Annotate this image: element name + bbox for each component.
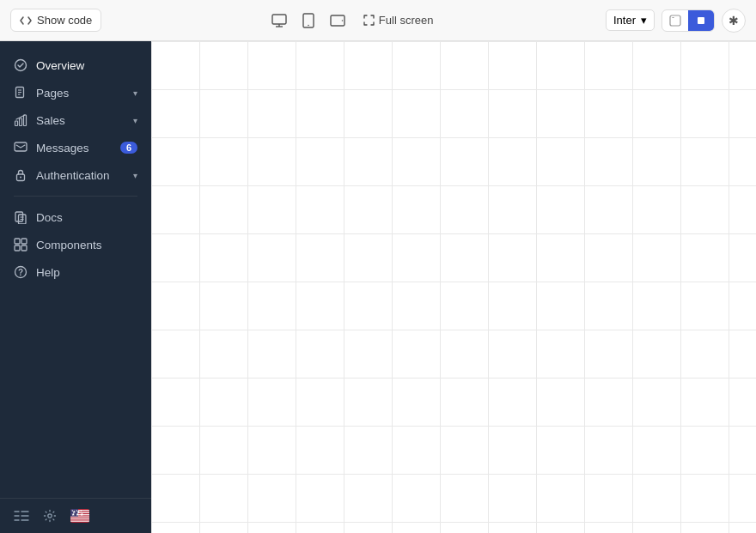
sidebar-item-pages[interactable]: Pages ▾ [0, 79, 151, 106]
sidebar-item-messages[interactable]: Messages 6 [0, 134, 151, 161]
docs-label: Docs [36, 211, 137, 224]
svg-point-6 [342, 20, 344, 21]
code-icon [20, 15, 32, 27]
fullscreen-icon [363, 15, 375, 26]
svg-rect-16 [15, 121, 18, 126]
svg-rect-29 [21, 245, 27, 251]
theme-dark-button[interactable] [688, 10, 714, 31]
show-code-button[interactable]: Show code [10, 9, 101, 32]
font-chevron-icon: ▾ [641, 14, 647, 27]
sidebar-bottom: ★★★ ★★ ★★★ [0, 498, 151, 533]
asterisk-icon: ✱ [729, 14, 739, 27]
overview-icon [14, 58, 27, 72]
pages-icon [14, 86, 27, 100]
full-screen-button[interactable]: Full screen [357, 9, 441, 31]
docs-icon [14, 210, 27, 224]
pages-label: Pages [36, 87, 125, 100]
sales-label: Sales [36, 114, 125, 127]
asterisk-button[interactable]: ✱ [722, 9, 746, 33]
svg-point-11 [15, 60, 27, 71]
authentication-label: Authentication [36, 169, 125, 182]
monitor-icon [271, 14, 287, 27]
font-selector[interactable]: Inter ▾ [606, 9, 655, 31]
dark-theme-icon [695, 15, 707, 27]
grid-background [151, 41, 756, 533]
svg-point-4 [308, 24, 309, 26]
messages-label: Messages [36, 142, 112, 154]
svg-rect-7 [670, 15, 680, 26]
help-icon: ? [14, 265, 27, 279]
components-icon [14, 238, 27, 251]
svg-rect-45 [70, 521, 89, 522]
sidebar: Overview Pages ▾ [0, 41, 151, 533]
svg-rect-27 [21, 239, 27, 244]
tablet-portrait-button[interactable] [298, 9, 319, 33]
content-area [151, 41, 756, 533]
svg-rect-17 [20, 118, 22, 126]
show-code-label: Show code [37, 14, 92, 27]
tablet-portrait-icon [302, 13, 314, 28]
svg-rect-28 [15, 245, 20, 251]
sidebar-item-help[interactable]: ? Help [0, 258, 151, 286]
help-label: Help [36, 266, 137, 279]
flag-icon[interactable]: ★★★ ★★ ★★★ [70, 509, 89, 523]
svg-text:★★★: ★★★ [71, 509, 84, 512]
sidebar-divider [14, 196, 137, 197]
tablet-landscape-button[interactable] [326, 10, 350, 31]
main-area: Overview Pages ▾ [0, 41, 756, 533]
font-name: Inter [613, 14, 636, 27]
theme-toggle [662, 9, 715, 32]
pages-chevron-icon: ▾ [133, 88, 137, 98]
sidebar-item-components[interactable]: Components [0, 231, 151, 258]
monitor-view-button[interactable] [267, 9, 291, 32]
svg-point-38 [48, 514, 52, 518]
settings-icon[interactable] [43, 509, 57, 523]
sidebar-item-overview[interactable]: Overview [0, 51, 151, 79]
components-label: Components [36, 239, 137, 251]
sales-icon [14, 113, 27, 127]
tablet-landscape-icon [330, 15, 345, 27]
theme-light-button[interactable] [662, 10, 688, 31]
sidebar-nav: Overview Pages ▾ [0, 41, 151, 498]
messages-badge: 6 [120, 142, 137, 154]
messages-icon [14, 141, 27, 154]
svg-rect-19 [15, 142, 27, 151]
auth-icon [14, 168, 27, 182]
toolbar: Show code [0, 0, 756, 41]
toolbar-right: Inter ▾ ✱ [606, 9, 746, 33]
svg-rect-26 [15, 239, 20, 244]
toolbar-center: Full screen [108, 9, 599, 33]
sales-chevron-icon: ▾ [133, 116, 137, 125]
svg-rect-0 [272, 15, 286, 24]
svg-text:?: ? [18, 268, 23, 277]
sidebar-item-docs[interactable]: Docs [0, 203, 151, 231]
sidebar-item-sales[interactable]: Sales ▾ [0, 106, 151, 134]
sidebar-item-authentication[interactable]: Authentication ▾ [0, 161, 151, 189]
overview-label: Overview [36, 59, 137, 72]
bars-icon[interactable] [14, 510, 29, 522]
light-theme-icon [669, 15, 681, 27]
svg-rect-18 [24, 115, 27, 126]
svg-rect-10 [698, 17, 704, 24]
auth-chevron-icon: ▾ [133, 171, 137, 180]
svg-rect-44 [70, 518, 89, 519]
full-screen-label: Full screen [379, 14, 434, 27]
svg-point-21 [20, 177, 21, 179]
